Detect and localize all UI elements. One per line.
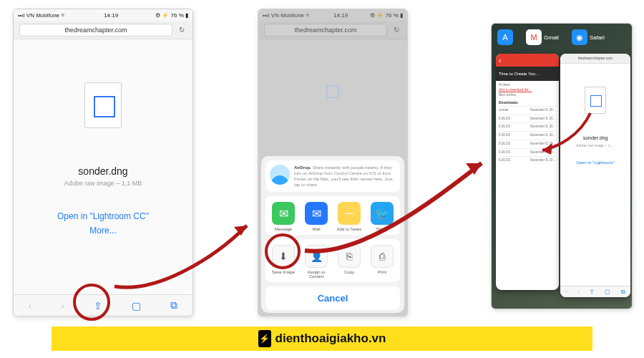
footer-badge-icon: ⚡: [258, 330, 271, 347]
airdrop-text: AirDrop. Share instantly with people nea…: [294, 165, 396, 188]
share-action-print[interactable]: ⎙Print: [366, 245, 398, 279]
share-app-mail[interactable]: ✉Mail: [301, 202, 332, 232]
switcher-card-gmail[interactable]: ‹ Time to Create You… Hi there click to …: [496, 54, 559, 290]
gmail-body: Hi there click to download the… Best wis…: [496, 81, 559, 167]
gmail-banner: Time to Create You…: [496, 67, 559, 81]
reload-icon[interactable]: ↻: [177, 26, 187, 34]
more-link[interactable]: More...: [89, 226, 116, 236]
back-icon[interactable]: ‹: [29, 300, 32, 311]
clock: 14:19: [104, 12, 118, 19]
airdrop-icon: [270, 165, 290, 185]
file-icon: [84, 82, 122, 128]
safari-toolbar: ‹ › ⇪ ▢ ⧉: [14, 294, 192, 316]
url-field[interactable]: thedreamchapter.com: [19, 24, 172, 37]
footer-watermark: ⚡ dienthoaigiakho.vn: [52, 326, 592, 351]
download-row: 9.26.DSNovember 8, 20…: [499, 148, 556, 157]
footer-text: dienthoaigiakho.vn: [275, 332, 386, 346]
share-action-copy[interactable]: ⎘Copy: [333, 245, 365, 279]
share-app-twitter[interactable]: 🐦Twitter: [366, 202, 398, 232]
bookmarks-icon[interactable]: ▢: [132, 300, 141, 311]
file-name: sonder.dng: [78, 165, 127, 177]
share-apps-row: ✉Message✉Mail─Add to Notes🐦Twitter: [265, 196, 400, 235]
airdrop-row[interactable]: AirDrop. Share instantly with people nea…: [265, 160, 400, 192]
share-app-add-to-notes[interactable]: ─Add to Notes: [333, 202, 365, 232]
switcher-app-bar: A MGmail ◉Safari: [497, 28, 626, 47]
carrier: ••ıl VN Mobifone ᯤ: [18, 12, 67, 19]
share-icon[interactable]: ⇪: [94, 300, 102, 311]
file-icon: [585, 87, 606, 114]
share-action-save-image[interactable]: ⬇Save Image: [268, 245, 299, 279]
app-appstore[interactable]: A: [497, 29, 513, 45]
phone-app-switcher: A MGmail ◉Safari ‹ Time to Create You… H…: [491, 23, 633, 309]
download-row: 9.26.DSNovember 8, 20…: [499, 122, 556, 131]
phone-share-sheet: ••ıl VN Mobifone ᯤ 14:19 ⚙ ⚡ 76 % ▮ thed…: [258, 9, 408, 316]
open-in-link[interactable]: Open in "Lightroom CC": [57, 211, 149, 221]
file-preview: sonder.dng Adobe raw image – 1,1 MB Open…: [14, 39, 192, 236]
cancel-button[interactable]: Cancel: [265, 286, 400, 310]
app-gmail[interactable]: MGmail: [526, 29, 559, 45]
gmail-back-icon[interactable]: ‹: [496, 54, 559, 67]
tabs-icon[interactable]: ⧉: [170, 299, 177, 311]
download-row: sonderNovember 8, 20…: [499, 106, 556, 115]
battery: ⚙ ⚡ 76 % ▮: [155, 12, 188, 19]
download-row: 9.26.DSNovember 8, 20…: [499, 140, 556, 148]
status-bar: ••ıl VN Mobifone ᯤ 14:19 ⚙ ⚡ 76 % ▮: [14, 9, 192, 21]
file-meta: Adobe raw image – 1,1 MB: [64, 180, 142, 187]
safari-toolbar: ‹›⇪▢⧉: [560, 286, 630, 297]
share-sheet: AirDrop. Share instantly with people nea…: [261, 156, 404, 313]
download-row: 9.26.DSNovember 8, 20…: [499, 131, 556, 140]
switcher-card-safari[interactable]: thedreamchapter.com sonder.dng Adobe raw…: [560, 54, 630, 297]
url-field: thedreamchapter.com: [560, 54, 630, 64]
address-bar: thedreamchapter.com ↻: [14, 21, 192, 39]
phone-safari-file: ••ıl VN Mobifone ᯤ 14:19 ⚙ ⚡ 76 % ▮ thed…: [13, 9, 193, 316]
app-safari[interactable]: ◉Safari: [572, 29, 605, 45]
download-row: 9.26.DSNovember 8, 20…: [499, 115, 556, 123]
forward-icon: ›: [61, 300, 64, 311]
share-action-assign-to-contact[interactable]: 👤Assign to Contact: [301, 245, 332, 279]
share-actions-row: ⬇Save Image👤Assign to Contact⎘Copy⎙Print: [265, 239, 400, 282]
file-icon: [318, 74, 347, 110]
share-app-message[interactable]: ✉Message: [268, 202, 299, 232]
download-row: 9.26.DSNovember 8, 20…: [499, 156, 556, 165]
